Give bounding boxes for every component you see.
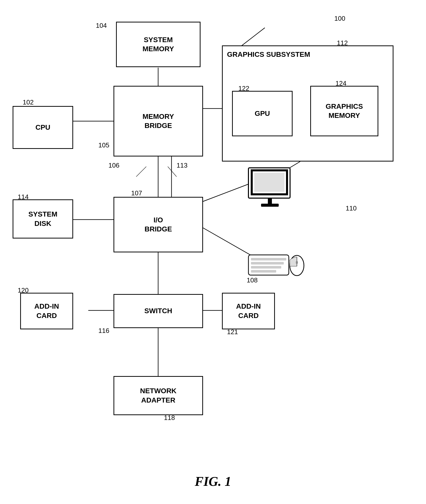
ref-118: 118	[164, 414, 175, 422]
cpu-box: CPU	[13, 106, 73, 149]
diagram: 100 SYSTEMMEMORY 104 CPU 102 MEMORYBRIDG…	[0, 0, 426, 504]
svg-rect-21	[268, 198, 272, 204]
svg-rect-26	[251, 266, 281, 269]
ref-124: 124	[335, 79, 346, 87]
svg-point-30	[296, 261, 298, 264]
memory-bridge-box: MEMORYBRIDGE	[113, 86, 203, 156]
ref-121: 121	[227, 328, 238, 336]
ref-114: 114	[18, 193, 29, 201]
ref-105: 105	[98, 141, 109, 149]
svg-line-17	[168, 167, 177, 177]
graphics-subsystem-label: GRAPHICS SUBSYSTEM	[227, 50, 310, 59]
ref-122: 122	[238, 85, 249, 92]
ref-102: 102	[23, 98, 34, 106]
add-in-card-left-box: ADD-INCARD	[20, 293, 73, 329]
ref-120: 120	[18, 286, 29, 294]
gpu-box: GPU	[232, 91, 293, 136]
switch-box: SWITCH	[113, 294, 203, 328]
system-disk-box: SYSTEMDISK	[13, 199, 73, 238]
graphics-memory-box: GRAPHICSMEMORY	[310, 86, 378, 136]
ref-104: 104	[96, 22, 107, 30]
ref-116: 116	[98, 327, 109, 335]
figure-caption: FIG. 1	[0, 474, 426, 489]
svg-line-16	[136, 167, 146, 177]
io-bridge-box: I/OBRIDGE	[113, 197, 203, 252]
svg-rect-20	[254, 173, 285, 192]
svg-rect-24	[251, 258, 286, 260]
svg-line-8	[202, 182, 255, 202]
ref-110: 110	[346, 204, 357, 212]
network-adapter-box: NETWORKADAPTER	[113, 376, 203, 415]
ref-112: 112	[337, 39, 348, 47]
ref-106: 106	[108, 162, 119, 169]
ref-100: 100	[334, 15, 345, 22]
svg-line-9	[202, 227, 255, 257]
display-icon	[247, 167, 293, 209]
add-in-card-right-box: ADD-INCARD	[222, 293, 275, 329]
ref-108: 108	[247, 276, 258, 284]
svg-rect-27	[251, 270, 276, 273]
ref-113: 113	[177, 162, 187, 169]
svg-rect-25	[251, 262, 284, 264]
ref-107: 107	[131, 189, 142, 197]
system-memory-box: SYSTEMMEMORY	[116, 22, 201, 67]
keyboard-mouse-icon	[247, 247, 305, 278]
svg-rect-22	[261, 204, 279, 207]
